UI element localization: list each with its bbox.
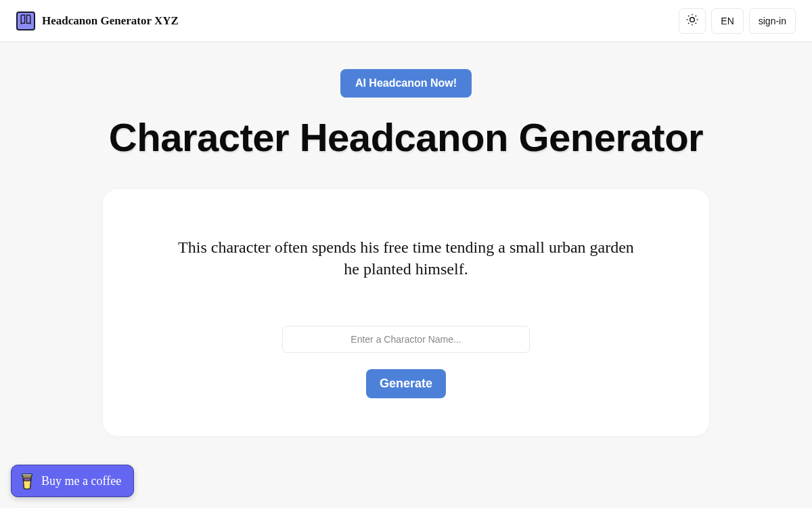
generator-card: This character often spends his free tim… [103,189,709,437]
headcanon-output-text: This character often spends his free tim… [176,236,636,280]
svg-line-3 [688,16,689,16]
svg-point-0 [690,18,695,22]
svg-rect-9 [22,474,32,476]
ai-headcanon-cta-button[interactable]: AI Headcanon Now! [340,69,472,98]
character-name-input[interactable] [282,326,530,353]
app-logo[interactable] [16,12,35,30]
svg-line-8 [696,16,696,16]
signin-button[interactable]: sign-in [749,8,796,34]
page-title: Character Headcanon Generator [109,117,703,159]
sun-icon [685,13,699,28]
header: Headcanon Generator XYZ EN sign-in [0,0,812,42]
buy-me-a-coffee-button[interactable]: Buy me a coffee [11,465,134,497]
header-left: Headcanon Generator XYZ [16,12,179,30]
main: AI Headcanon Now! Character Headcanon Ge… [0,42,812,436]
app-title: Headcanon Generator XYZ [42,14,179,28]
svg-line-4 [696,23,696,24]
svg-rect-10 [24,478,30,481]
book-icon [20,14,32,28]
theme-toggle-button[interactable] [679,8,706,34]
svg-line-7 [688,23,689,24]
coffee-label: Buy me a coffee [41,474,121,488]
generate-button[interactable]: Generate [366,369,446,398]
language-button[interactable]: EN [711,8,743,34]
coffee-cup-icon [20,471,35,490]
header-right: EN sign-in [679,8,796,34]
